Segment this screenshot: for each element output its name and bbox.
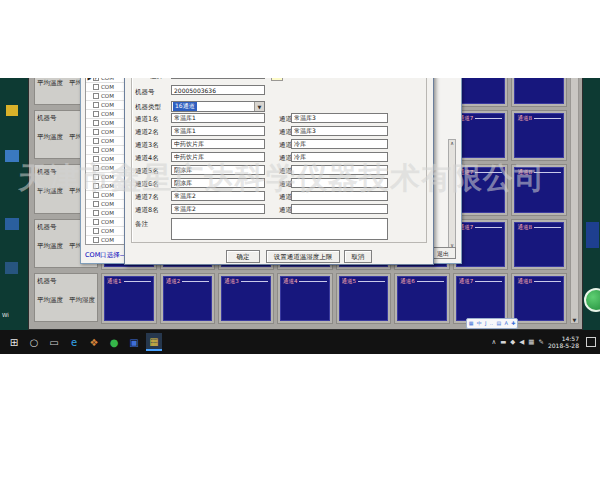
channel-cell[interactable]: 通道1 bbox=[101, 273, 157, 324]
ime-icon-6[interactable]: A bbox=[504, 321, 507, 326]
channel-name-label: 通道6名 bbox=[135, 180, 159, 189]
desktop-icon[interactable] bbox=[5, 218, 19, 230]
com-checkbox[interactable] bbox=[93, 165, 99, 171]
com-checkbox[interactable] bbox=[93, 93, 99, 99]
channel-name-input-15[interactable] bbox=[291, 191, 388, 201]
machine-type-dropdown[interactable]: 16通道 ▼ bbox=[171, 101, 265, 112]
tray-chevron-icon[interactable]: ∧ bbox=[491, 338, 496, 346]
channel-name-input-3[interactable] bbox=[171, 139, 265, 149]
avg-temp-label: 平均温度 bbox=[37, 187, 63, 196]
avg-humidity-label: 平均湿度 bbox=[69, 296, 95, 305]
channel-cell[interactable]: 通道6 bbox=[394, 273, 450, 324]
com-checkbox[interactable] bbox=[93, 147, 99, 153]
ime-icon-4[interactable]: ‥ bbox=[490, 321, 493, 326]
cortana-button[interactable]: ○ bbox=[26, 333, 42, 351]
desktop-icon[interactable] bbox=[5, 262, 18, 274]
desktop-icon[interactable] bbox=[5, 150, 19, 162]
channel-cell[interactable]: 通道7 bbox=[453, 273, 509, 324]
channel-cell[interactable]: 通道3 bbox=[218, 273, 274, 324]
channel-cell[interactable]: 通道8 bbox=[511, 273, 567, 324]
note-textarea[interactable] bbox=[171, 218, 388, 240]
com-checkbox[interactable] bbox=[93, 201, 99, 207]
volume-icon[interactable]: ◀ bbox=[519, 338, 524, 346]
ime-icon-3[interactable]: J bbox=[485, 321, 486, 326]
com-checkbox[interactable] bbox=[93, 84, 99, 90]
com-checkbox[interactable] bbox=[93, 237, 99, 243]
set-channel-limit-button[interactable]: 设置通道温湿度上限 bbox=[266, 250, 340, 263]
machine-summary-panel: 机器号平均温度平均湿度 bbox=[34, 273, 98, 322]
taskbar-clock[interactable]: 14:57 2018-5-28 bbox=[548, 335, 579, 349]
ime-icon-5[interactable]: ▤ bbox=[496, 321, 501, 326]
channel-name-input-13[interactable] bbox=[291, 165, 388, 175]
ime-icon-2[interactable]: 中 bbox=[477, 321, 482, 326]
channel-cell[interactable]: 通道8 bbox=[511, 164, 567, 215]
channel-name-label: 通道5名 bbox=[135, 167, 159, 176]
channel-cell[interactable]: 通道2 bbox=[160, 273, 216, 324]
ime-icon-7[interactable]: ✚ bbox=[511, 321, 515, 326]
scroll-up-icon[interactable]: ∧ bbox=[450, 140, 454, 146]
ok-button[interactable]: 确定 bbox=[226, 250, 260, 263]
channel-name-input-1[interactable] bbox=[171, 113, 265, 123]
monitor-app-icon[interactable]: ▦ bbox=[146, 333, 162, 351]
channel-cell[interactable]: 通道8 bbox=[511, 219, 567, 270]
com-checkbox[interactable] bbox=[93, 210, 99, 216]
channel-name-input-7[interactable] bbox=[171, 191, 265, 201]
desktop-icon[interactable] bbox=[586, 222, 599, 248]
channel-name-input-9[interactable] bbox=[291, 113, 388, 123]
channel-name-input-4[interactable] bbox=[171, 152, 265, 162]
com-checkbox[interactable] bbox=[93, 183, 99, 189]
cancel-button[interactable]: 取消 bbox=[344, 250, 372, 263]
com-checkbox[interactable] bbox=[93, 174, 99, 180]
ime-toolbar[interactable]: ▦中J‥▤A✚ bbox=[466, 318, 518, 329]
action-center-icon[interactable] bbox=[586, 337, 596, 347]
com-checkbox[interactable] bbox=[93, 129, 99, 135]
display-icon[interactable]: ▦ bbox=[528, 338, 534, 346]
com-checkbox[interactable] bbox=[93, 120, 99, 126]
com-row-label: COM bbox=[101, 138, 114, 144]
desktop-icon[interactable] bbox=[6, 105, 18, 116]
channel-name-input-14[interactable] bbox=[291, 178, 388, 188]
channel-display: 通道8 bbox=[514, 113, 564, 158]
channel-name-label: 通道7名 bbox=[135, 193, 159, 202]
channel-name-input-5[interactable] bbox=[171, 165, 265, 175]
channel-name-input-16[interactable] bbox=[291, 204, 388, 214]
channel-name-label: 通道1名 bbox=[135, 115, 159, 124]
com-row-label: COM bbox=[101, 102, 114, 108]
content-scrollbar[interactable]: ▲ ▼ bbox=[570, 56, 579, 324]
com-checkbox[interactable] bbox=[93, 192, 99, 198]
channel-cell-header: 通道7 bbox=[459, 278, 503, 285]
ime-icon-1[interactable]: ▦ bbox=[469, 321, 474, 326]
channel-cell[interactable]: 通道5 bbox=[336, 273, 392, 324]
admin-scrollbar[interactable]: ∧ ∨ bbox=[448, 139, 456, 249]
channel-name-input-2[interactable] bbox=[171, 126, 265, 136]
com-checkbox[interactable] bbox=[93, 111, 99, 117]
channel-cell[interactable]: 通道8 bbox=[511, 110, 567, 161]
com-checkbox[interactable] bbox=[93, 228, 99, 234]
battery-icon[interactable]: ▬ bbox=[500, 338, 506, 346]
com-checkbox[interactable] bbox=[93, 138, 99, 144]
taskview-button[interactable]: ▭ bbox=[46, 333, 62, 351]
com-checkbox[interactable] bbox=[93, 156, 99, 162]
com-row-label: COM bbox=[101, 237, 114, 243]
start-button[interactable]: ⊞ bbox=[6, 333, 22, 351]
scroll-down-icon[interactable]: ▼ bbox=[573, 317, 577, 323]
green-app-icon[interactable]: ● bbox=[106, 333, 122, 351]
channel-name-input-10[interactable] bbox=[291, 126, 388, 136]
channel-name-input-6[interactable] bbox=[171, 178, 265, 188]
edge-icon[interactable]: e bbox=[66, 333, 82, 351]
chevron-down-icon[interactable]: ▼ bbox=[254, 102, 264, 111]
machine-no-input[interactable] bbox=[171, 85, 265, 95]
channel-name-input-11[interactable] bbox=[291, 139, 388, 149]
channel-cell[interactable]: 通道4 bbox=[277, 273, 333, 324]
network-icon[interactable]: ◆ bbox=[510, 338, 515, 346]
blue-app-icon[interactable]: ▣ bbox=[126, 333, 142, 351]
com-row-label: COM bbox=[101, 120, 114, 126]
channel-name-label: 通道4名 bbox=[135, 154, 159, 163]
com-checkbox[interactable] bbox=[93, 102, 99, 108]
pen-icon[interactable]: ✎ bbox=[538, 338, 543, 346]
com-checkbox[interactable] bbox=[93, 219, 99, 225]
channel-name-input-8[interactable] bbox=[171, 204, 265, 214]
channel-name-row: 通道12名 bbox=[269, 151, 419, 164]
colorful-app-icon[interactable]: ❖ bbox=[86, 333, 102, 351]
channel-name-input-12[interactable] bbox=[291, 152, 388, 162]
